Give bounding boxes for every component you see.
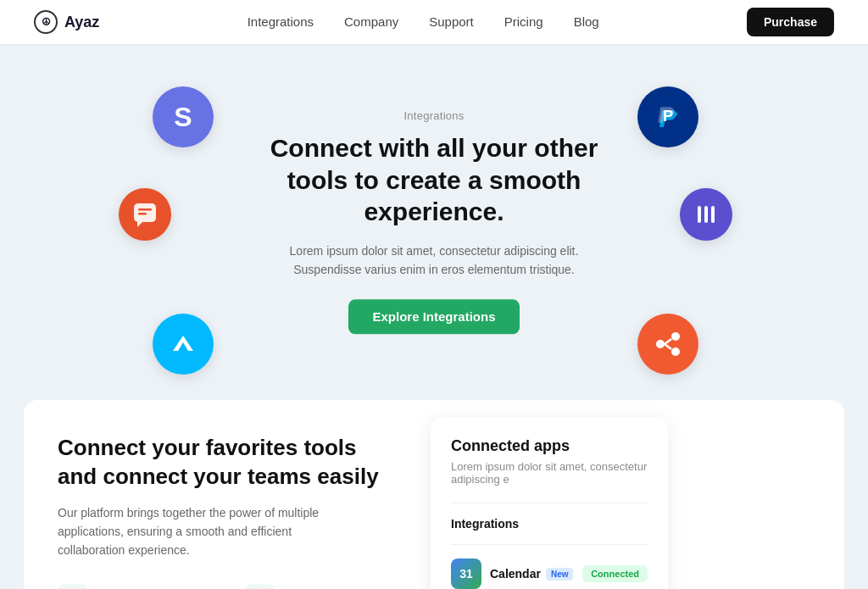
svg-rect-3 bbox=[138, 208, 152, 211]
logo[interactable]: ☮ Ayaz bbox=[34, 10, 99, 34]
svg-marker-8 bbox=[173, 336, 193, 351]
app-row-calendar: 31 Calendar New Connected bbox=[451, 558, 648, 589]
bottom-left: Connect your favorites tools and connect… bbox=[58, 434, 397, 589]
card-divider-2 bbox=[451, 544, 648, 545]
bottom-title: Connect your favorites tools and connect… bbox=[58, 434, 397, 492]
page-wrapper: S P bbox=[0, 44, 868, 589]
explore-integrations-button[interactable]: Explore Integrations bbox=[348, 300, 519, 335]
chat-icon bbox=[119, 188, 171, 241]
nav-company[interactable]: Company bbox=[344, 14, 398, 29]
svg-rect-7 bbox=[711, 206, 715, 223]
milanote-icon bbox=[680, 188, 732, 241]
svg-rect-5 bbox=[698, 206, 701, 223]
logo-text: Ayaz bbox=[64, 14, 99, 31]
calendar-app-info: Calendar New bbox=[490, 567, 582, 581]
nav-pricing[interactable]: Pricing bbox=[504, 14, 543, 29]
svg-marker-2 bbox=[137, 222, 142, 227]
svg-line-13 bbox=[665, 344, 671, 349]
nav-integrations[interactable]: Integrations bbox=[248, 14, 314, 29]
connected-badge: Connected bbox=[582, 565, 648, 582]
hero-label: Integrations bbox=[264, 109, 604, 122]
card-description: Lorem ipsum dolor sit amet, consectetur … bbox=[451, 460, 648, 486]
features-row: ⌘ Unified and secure Discover the best o… bbox=[58, 584, 397, 589]
svg-text:P: P bbox=[663, 107, 673, 125]
logo-icon: ☮ bbox=[34, 10, 58, 34]
feature-costs: ✦ No additional costs We showcase differ… bbox=[244, 584, 397, 589]
paypal-icon: P bbox=[637, 86, 698, 147]
svg-point-11 bbox=[656, 340, 665, 348]
sparkle-icon: ✦ bbox=[244, 584, 275, 589]
hero-section: S P bbox=[0, 44, 868, 400]
hubspot-icon bbox=[637, 314, 698, 375]
svg-point-9 bbox=[671, 332, 680, 341]
nav-blog[interactable]: Blog bbox=[574, 14, 599, 29]
navbar: ☮ Ayaz Integrations Company Support Pric… bbox=[0, 0, 868, 44]
nav-links: Integrations Company Support Pricing Blo… bbox=[248, 14, 599, 30]
hero-title: Connect with all your other tools to cre… bbox=[264, 132, 604, 228]
svg-rect-6 bbox=[704, 206, 708, 223]
command-icon: ⌘ bbox=[58, 584, 88, 589]
bottom-description: Our platform brings together the power o… bbox=[58, 503, 346, 560]
hero-description: Lorem ipsum dolor sit amet, consectetur … bbox=[264, 242, 604, 280]
nav-support[interactable]: Support bbox=[429, 14, 474, 29]
new-badge: New bbox=[546, 568, 574, 581]
svg-line-12 bbox=[665, 339, 671, 344]
hero-center: Integrations Connect with all your other… bbox=[264, 109, 604, 334]
svg-point-10 bbox=[671, 347, 680, 356]
feature-unified: ⌘ Unified and secure Discover the best o… bbox=[58, 584, 210, 589]
calendar-app-icon: 31 bbox=[451, 558, 481, 589]
connected-apps-card: Connected apps Lorem ipsum dolor sit ame… bbox=[431, 417, 668, 589]
svg-rect-4 bbox=[138, 213, 147, 215]
stripe-icon: S bbox=[153, 86, 214, 147]
purchase-button[interactable]: Purchase bbox=[747, 8, 834, 36]
card-title: Connected apps bbox=[451, 437, 648, 455]
card-divider-1 bbox=[451, 503, 648, 503]
wise-icon bbox=[153, 314, 214, 375]
bottom-section: Connect your favorites tools and connect… bbox=[24, 400, 844, 589]
calendar-app-name: Calendar New bbox=[490, 567, 582, 581]
integrations-label: Integrations bbox=[451, 517, 648, 531]
